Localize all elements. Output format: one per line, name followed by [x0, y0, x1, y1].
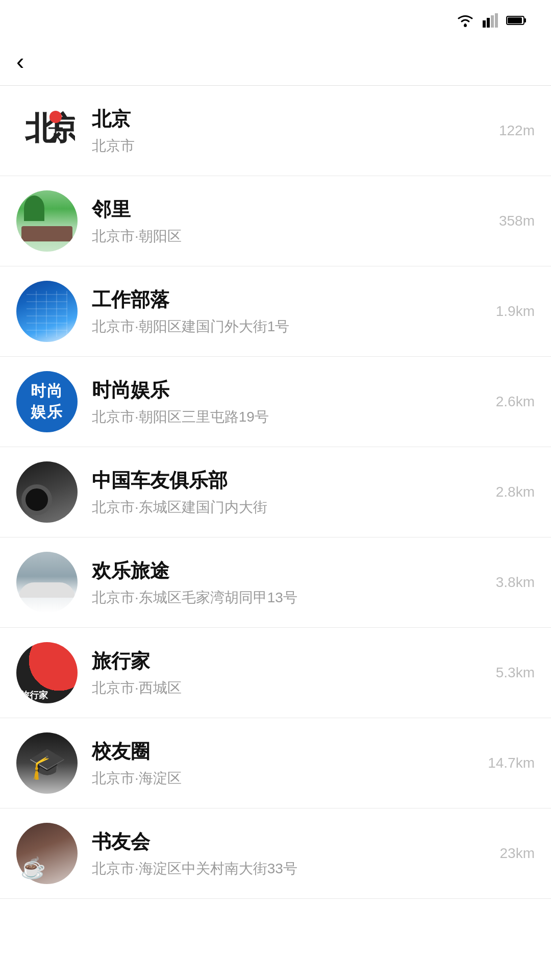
group-avatar: 北 京: [16, 100, 78, 161]
group-distance: 23km: [500, 845, 535, 862]
group-location: 北京市·东城区毛家湾胡同甲13号: [92, 588, 496, 607]
item-content: 书友会 北京市·海淀区中关村南大街33号: [78, 829, 500, 878]
item-content: 欢乐旅途 北京市·东城区毛家湾胡同甲13号: [78, 558, 496, 607]
group-name: 中国车友俱乐部: [92, 468, 496, 494]
avatar-inner: 北 京: [16, 100, 78, 161]
item-content: 工作部落 北京市·朝阳区建国门外大街1号: [78, 287, 496, 336]
group-name: 书友会: [92, 829, 500, 855]
group-location: 北京市: [92, 136, 499, 156]
building-avatar: [16, 281, 78, 342]
list-item[interactable]: 北 京 北京 北京市 122m: [0, 86, 551, 176]
group-location: 北京市·西城区: [92, 678, 496, 698]
group-name: 旅行家: [92, 648, 496, 674]
item-content: 时尚娱乐 北京市·朝阳区三里屯路19号: [78, 377, 496, 427]
group-avatar: ☕: [16, 823, 78, 884]
group-location: 北京市·海淀区中关村南大街33号: [92, 859, 500, 878]
item-content: 校友圈 北京市·海淀区: [78, 739, 488, 788]
nav-bar: ‹: [0, 37, 551, 86]
fashion-avatar: 时尚 娱乐: [16, 371, 78, 432]
car-avatar: [16, 461, 78, 523]
list-item[interactable]: 欢乐旅途 北京市·东城区毛家湾胡同甲13号 3.8km: [0, 537, 551, 628]
svg-rect-1: [483, 20, 486, 28]
nearby-circles-list: 北 京 北京 北京市 122m: [0, 86, 551, 899]
group-distance: 1.9km: [496, 303, 535, 320]
list-item[interactable]: ☕ 书友会 北京市·海淀区中关村南大街33号 23km: [0, 808, 551, 899]
lxj-avatar: 旅行家: [16, 642, 78, 703]
group-name: 校友圈: [92, 739, 488, 765]
battery-icon: [506, 15, 527, 26]
list-item[interactable]: 邻里 北京市·朝阳区 358m: [0, 176, 551, 266]
svg-rect-2: [487, 18, 490, 28]
group-avatar: 🎓: [16, 732, 78, 794]
group-distance: 2.8km: [496, 484, 535, 500]
group-location: 北京市·朝阳区三里屯路19号: [92, 407, 496, 427]
group-name: 欢乐旅途: [92, 558, 496, 584]
svg-rect-6: [524, 18, 526, 22]
list-item[interactable]: 工作部落 北京市·朝阳区建国门外大街1号 1.9km: [0, 266, 551, 357]
svg-rect-7: [508, 17, 522, 23]
item-content: 旅行家 北京市·西城区: [78, 648, 496, 698]
group-avatar: [16, 190, 78, 252]
signal-icon: [483, 13, 498, 28]
group-avatar: [16, 552, 78, 613]
group-distance: 5.3km: [496, 665, 535, 681]
group-name: 工作部落: [92, 287, 496, 313]
item-content: 邻里 北京市·朝阳区: [78, 197, 499, 246]
group-location: 北京市·朝阳区: [92, 227, 499, 246]
list-item[interactable]: 🎓 校友圈 北京市·海淀区 14.7km: [0, 718, 551, 808]
group-avatar: [16, 281, 78, 342]
svg-point-10: [49, 111, 62, 123]
list-item[interactable]: 中国车友俱乐部 北京市·东城区建国门内大街 2.8km: [0, 447, 551, 537]
group-avatar: 时尚 娱乐: [16, 371, 78, 432]
group-name: 时尚娱乐: [92, 377, 496, 403]
group-distance: 14.7km: [488, 755, 535, 771]
status-bar: [0, 0, 551, 37]
item-content: 中国车友俱乐部 北京市·东城区建国门内大街: [78, 468, 496, 517]
group-avatar: 旅行家: [16, 642, 78, 703]
svg-rect-3: [491, 15, 494, 28]
wifi-icon: [456, 13, 474, 28]
list-item[interactable]: 旅行家 旅行家 北京市·西城区 5.3km: [0, 628, 551, 718]
grad-avatar: 🎓: [16, 732, 78, 794]
list-item[interactable]: 时尚 娱乐 时尚娱乐 北京市·朝阳区三里屯路19号 2.6km: [0, 357, 551, 447]
group-avatar: [16, 461, 78, 523]
status-icons: [456, 13, 535, 28]
park-avatar: [16, 190, 78, 252]
item-content: 北京 北京市: [78, 106, 499, 156]
book-avatar: ☕: [16, 823, 78, 884]
back-button[interactable]: ‹: [16, 50, 24, 73]
group-distance: 358m: [499, 213, 535, 229]
group-name: 北京: [92, 106, 499, 132]
svg-rect-4: [495, 13, 498, 28]
group-location: 北京市·朝阳区建国门外大街1号: [92, 317, 496, 336]
train-avatar: [16, 552, 78, 613]
group-location: 北京市·海淀区: [92, 769, 488, 788]
group-distance: 3.8km: [496, 574, 535, 591]
group-distance: 122m: [499, 122, 535, 139]
svg-point-0: [464, 24, 467, 27]
group-location: 北京市·东城区建国门内大街: [92, 498, 496, 517]
group-distance: 2.6km: [496, 394, 535, 410]
group-name: 邻里: [92, 197, 499, 223]
